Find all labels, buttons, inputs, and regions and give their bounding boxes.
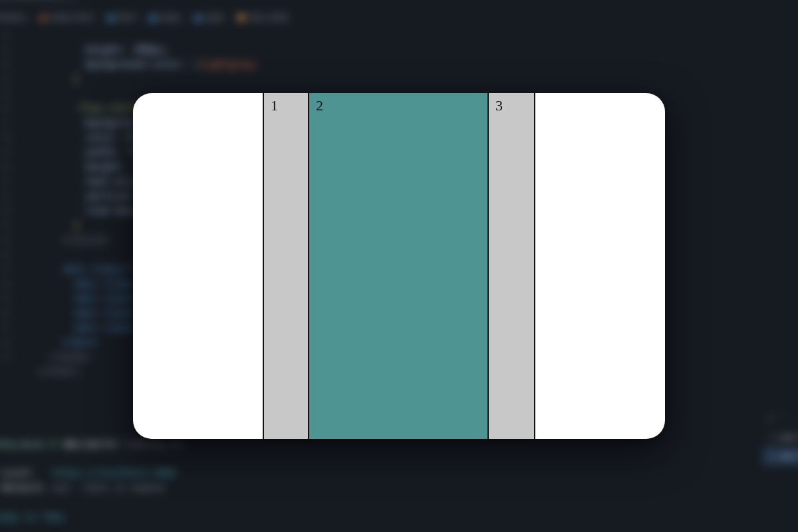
class-icon: ⬣ — [237, 12, 245, 23]
editor-tab[interactable]: ◉ index.html × — [0, 0, 78, 3]
crumb-tag[interactable]: body — [160, 12, 180, 23]
crumb-root[interactable]: Flexbox — [0, 12, 26, 23]
tag-icon: ▣ — [148, 12, 157, 23]
line-number-gutter: 212223 242526 272829 303132 333435 36373… — [0, 28, 11, 364]
tag-icon: ▣ — [106, 12, 115, 23]
flex-child-label: 2 — [316, 97, 323, 114]
crumb-file[interactable]: index.html — [50, 12, 92, 23]
flex-child-3: 3 — [489, 93, 535, 439]
crumb-class[interactable]: .flex-child — [248, 12, 287, 23]
breadcrumb: Flexbox › ◉ index.html › ▣ html › ▣ body… — [0, 11, 287, 25]
flex-child-label: 1 — [271, 97, 278, 114]
chevron-down-icon[interactable]: ˅ — [781, 412, 786, 426]
flex-child-1: 1 — [263, 93, 309, 439]
terminal-icon: ▢ — [769, 431, 777, 444]
terminal-icon: ▢ — [769, 450, 777, 463]
flex-child-label: 3 — [495, 97, 503, 114]
crumb-tag[interactable]: style — [205, 12, 224, 23]
file-icon: ◉ — [39, 12, 47, 23]
crumb-tag[interactable]: html — [118, 12, 135, 23]
tag-icon: ▣ — [194, 12, 202, 23]
flex-child-2: 2 — [309, 93, 489, 439]
flexbox-preview-card: 1 2 3 — [133, 93, 665, 439]
terminal-side-list: + ˅ … ▢ zsh flex ▢ zsh flex — [762, 410, 798, 466]
plus-icon[interactable]: + — [769, 412, 774, 426]
